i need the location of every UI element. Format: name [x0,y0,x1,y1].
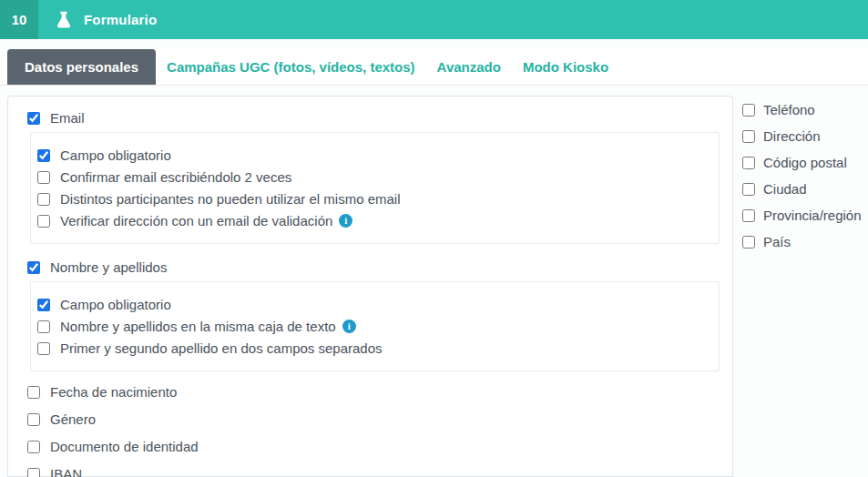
address-field-row: Código postal [742,156,868,169]
iban-label: IBAN [50,466,82,477]
extra-fields-list: Fecha de nacimiento Género Documento de … [27,384,720,477]
info-icon[interactable]: i [339,214,352,228]
name-required-label: Campo obligatorio [60,297,171,312]
flask-icon [54,10,74,30]
extra-field-row: Fecha de nacimiento [27,384,720,400]
name-option-row: Nombre y apellidos en la misma caja de t… [37,319,710,334]
info-icon[interactable]: i [342,320,356,333]
name-single-box-label: Nombre y apellidos en la misma caja de t… [60,319,336,334]
email-option-row: Campo obligatorio [37,147,710,163]
gender-label: Género [50,411,96,427]
name-two-surnames-label: Primer y segundo apellido en dos campos … [60,340,383,356]
extra-field-row: Género [27,411,720,427]
name-two-surnames-checkbox[interactable] [37,342,50,355]
province-label: Provincia/región [763,208,862,223]
postal-code-label: Código postal [763,155,847,170]
personal-data-panel: Email Campo obligatorio Confirmar email … [7,96,733,477]
phone-label: Teléfono [763,102,815,117]
name-single-box-checkbox[interactable] [37,320,50,333]
extra-field-row: IBAN [27,466,720,477]
address-field-row: País [742,235,868,249]
iban-checkbox[interactable] [27,468,40,477]
postal-code-checkbox[interactable] [742,157,755,169]
email-label: Email [50,110,85,126]
birthdate-label: Fecha de nacimiento [50,384,177,400]
province-checkbox[interactable] [742,209,755,222]
address-checkbox[interactable] [742,130,755,143]
email-required-label: Campo obligatorio [60,147,171,163]
email-required-checkbox[interactable] [37,149,50,162]
address-field-row: Dirección [742,129,868,143]
tab-strip: Datos personales Campañas UGC (fotos, ví… [0,49,868,86]
name-option-row: Primer y segundo apellido en dos campos … [37,340,710,356]
tab-avanzado[interactable]: Avanzado [426,49,512,85]
city-checkbox[interactable] [742,183,755,196]
address-fields-column: Teléfono Dirección Código postal Ciudad … [742,103,868,261]
email-confirm-twice-checkbox[interactable] [37,171,50,184]
email-option-row: Distintos participantes no pueden utiliz… [37,191,710,207]
address-field-row: Ciudad [742,182,868,196]
email-unique-label: Distintos participantes no pueden utiliz… [60,191,401,207]
email-verify-checkbox[interactable] [37,215,50,228]
name-option-row: Campo obligatorio [37,297,710,312]
extra-field-row: Documento de identidad [27,439,720,454]
name-section-row: Nombre y apellidos [27,259,720,275]
email-option-row: Confirmar email escribiéndolo 2 veces [37,169,710,185]
city-label: Ciudad [763,181,807,197]
email-checkbox[interactable] [27,112,40,125]
country-label: País [763,234,791,249]
email-section-row: Email [27,110,720,126]
email-option-row: Verificar dirección con un email de vali… [37,213,710,228]
country-checkbox[interactable] [742,236,755,249]
name-required-checkbox[interactable] [37,299,50,311]
phone-checkbox[interactable] [742,104,755,117]
address-label: Dirección [763,128,821,144]
step-number-badge: 10 [0,0,38,39]
identity-document-checkbox[interactable] [27,441,40,453]
address-field-row: Provincia/región [742,208,868,222]
header-bar: 10 Formulario [0,0,868,39]
email-unique-checkbox[interactable] [37,193,50,206]
tab-modo-kiosko[interactable]: Modo Kiosko [512,49,619,85]
email-verify-label: Verificar dirección con un email de vali… [60,213,332,228]
birthdate-checkbox[interactable] [27,386,40,399]
gender-checkbox[interactable] [27,413,40,426]
address-field-row: Teléfono [742,103,868,117]
name-options-box: Campo obligatorio Nombre y apellidos en … [30,281,720,371]
name-checkbox[interactable] [27,261,40,274]
email-confirm-twice-label: Confirmar email escribiéndolo 2 veces [60,169,291,185]
tab-datos-personales[interactable]: Datos personales [7,49,156,85]
name-label: Nombre y apellidos [50,259,167,275]
tab-campanas-ugc[interactable]: Campañas UGC (fotos, vídeos, textos) [156,49,426,85]
email-options-box: Campo obligatorio Confirmar email escrib… [30,132,720,244]
page-title: Formulario [84,12,157,27]
identity-document-label: Documento de identidad [50,439,199,454]
